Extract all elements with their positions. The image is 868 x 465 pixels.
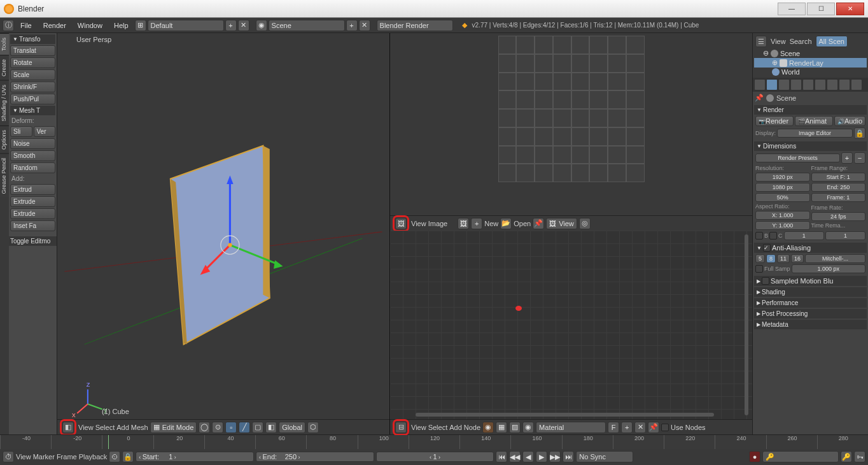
aa-16-button[interactable]: 16 [791,254,804,263]
lock-ui-icon[interactable]: 🔒 [854,127,865,139]
material-add-button[interactable]: + [621,422,633,433]
audio-button[interactable]: 🔊Audio [834,116,865,126]
res-y-field[interactable]: 1080 px [755,183,810,192]
play-icon[interactable]: ▶ [536,451,547,462]
timeline-ruler[interactable]: -40 -20 0 20 40 60 80 100 120 140 160 18… [0,435,868,449]
aspect-x-field[interactable]: X: 1.000 [755,211,810,220]
minimize-button[interactable]: — [778,3,806,15]
tl-menu-view[interactable]: View [16,453,31,461]
ctx-modifier-icon[interactable] [827,79,838,90]
snap-icon[interactable]: ⬡ [307,422,319,433]
scene-dropdown[interactable]: Scene [269,20,345,31]
uv-open-button[interactable]: Open [514,220,531,227]
image-new-plus-icon[interactable]: + [471,218,482,229]
node-tree-shader-icon[interactable]: ◉ [482,422,494,433]
node-tree-tex-icon[interactable]: ▨ [509,422,521,433]
3d-menu-mesh[interactable]: Mesh [131,424,148,431]
editor-type-3dview-icon[interactable]: ◧ [62,422,74,433]
render-engine-dropdown[interactable]: Blender Render [377,20,453,31]
smb-panel-header[interactable]: Sampled Motion Blu [754,276,867,286]
delete-key-icon[interactable]: 🗝 [854,451,865,462]
tool-tab-options[interactable]: Options [0,125,9,154]
3d-menu-add[interactable]: Add [116,424,129,431]
node-scrollbar-v[interactable] [745,234,748,415]
preset-del-button[interactable]: − [854,152,865,164]
ctx-renderlayer-icon[interactable] [766,79,778,90]
tool-tab-shading[interactable]: Shading / UVs [0,80,9,125]
range-toggle-icon[interactable]: ⏲ [109,451,120,462]
aa-11-button[interactable]: 11 [777,254,790,263]
layout-add-button[interactable]: + [225,20,237,31]
extrude-ind-button[interactable]: Extrude [10,196,55,207]
uv-menu-view[interactable]: View [411,220,426,227]
frame-step-field[interactable]: Frame: 1 [811,193,866,202]
aa-enable-checkbox[interactable] [763,244,771,252]
uv-new-button[interactable]: New [484,220,498,227]
current-frame-field[interactable]: ‹ 1 › [376,452,494,462]
material-f-button[interactable]: F [608,422,619,433]
tl-menu-frame[interactable]: Frame [57,453,77,461]
lock-range-icon[interactable]: 🔒 [122,451,134,462]
extrude-vert-button[interactable]: Extrude [10,208,55,219]
end-frame-field2[interactable]: ‹ End: 250 › [256,452,374,462]
menu-file[interactable]: File [15,20,37,31]
maximize-button[interactable]: ☐ [807,3,835,15]
shrink-button[interactable]: Shrink/F [10,82,55,92]
keyframe-next-icon[interactable]: ▶▶ [549,451,561,462]
full-sample-checkbox[interactable] [755,265,763,273]
editor-type-uv-icon[interactable]: 🖼 [395,218,407,229]
limit-sel-icon[interactable]: ◧ [265,422,277,433]
tool-tab-grease[interactable]: Grease Pencil [0,154,9,198]
shading-panel-header[interactable]: Shading [754,287,867,297]
outliner-scene-row[interactable]: ⊖Scene [754,48,867,58]
material-del-button[interactable]: ✕ [634,422,646,433]
layout-browse-icon[interactable]: ⊞ [135,20,146,31]
jump-end-icon[interactable]: ⏭ [563,451,574,462]
aa-8-button[interactable]: 8 [766,254,776,263]
translate-button[interactable]: Translat [10,45,55,56]
screen-layout-dropdown[interactable]: Default [148,20,224,31]
postproc-panel-header[interactable]: Post Processing [754,309,867,318]
scene-add-button[interactable]: + [346,20,358,31]
aa-panel-header[interactable]: Anti-Aliasing [754,243,867,253]
tl-menu-playback[interactable]: Playback [79,453,108,461]
scene-del-button[interactable]: ✕ [359,20,370,31]
keyframe-prev-icon[interactable]: ◀◀ [509,451,521,462]
tool-tab-create[interactable]: Create [0,55,9,80]
material-browse-icon[interactable]: ◉ [522,422,534,433]
ctx-data-icon[interactable] [839,79,850,90]
mode-dropdown[interactable]: ▦ Edit Mode [150,422,197,433]
sel-face-icon[interactable]: ▢ [252,422,263,433]
menu-render[interactable]: Render [38,20,71,31]
aa-5-button[interactable]: 5 [755,254,765,263]
shading-dropdown-icon[interactable]: ◯ [199,422,210,433]
inset-button[interactable]: Inset Fa [10,220,55,231]
preset-add-button[interactable]: + [841,152,853,164]
start-frame-field[interactable]: Start F: 1 [811,173,866,182]
push-button[interactable]: Push/Pul [10,94,55,104]
random-button[interactable]: Random [10,162,55,173]
metadata-panel-header[interactable]: Metadata [754,320,867,329]
ctx-world-icon[interactable] [790,79,802,90]
fps-dropdown[interactable]: 24 fps [811,212,866,221]
close-button[interactable]: ✕ [836,3,864,15]
res-x-field[interactable]: 1920 px [755,173,810,182]
start-frame-field2[interactable]: ‹ Start: 1 › [136,452,254,462]
use-nodes-checkbox[interactable] [661,424,669,431]
3d-menu-view[interactable]: View [78,424,94,431]
mesh-panel-header[interactable]: Mesh T [10,106,55,115]
new-map-field[interactable]: 1 [825,231,865,240]
smooth-button[interactable]: Smooth [10,150,55,161]
performance-panel-header[interactable]: Performance [754,298,867,308]
crop-checkbox[interactable] [769,232,777,240]
sync-dropdown[interactable]: No Sync [576,451,633,462]
tl-menu-marker[interactable]: Marker [33,453,55,461]
scale-button[interactable]: Scale [10,69,55,80]
sel-vertex-icon[interactable]: ▫ [225,422,237,433]
3d-menu-select[interactable]: Select [95,424,115,431]
ctx-object-icon[interactable] [802,79,814,90]
node-tree-comp-icon[interactable]: ▦ [496,422,507,433]
dimensions-panel-header[interactable]: Dimensions [754,141,867,151]
outliner-search-menu[interactable]: Search [790,38,812,45]
ctx-constraint-icon[interactable] [815,79,826,90]
